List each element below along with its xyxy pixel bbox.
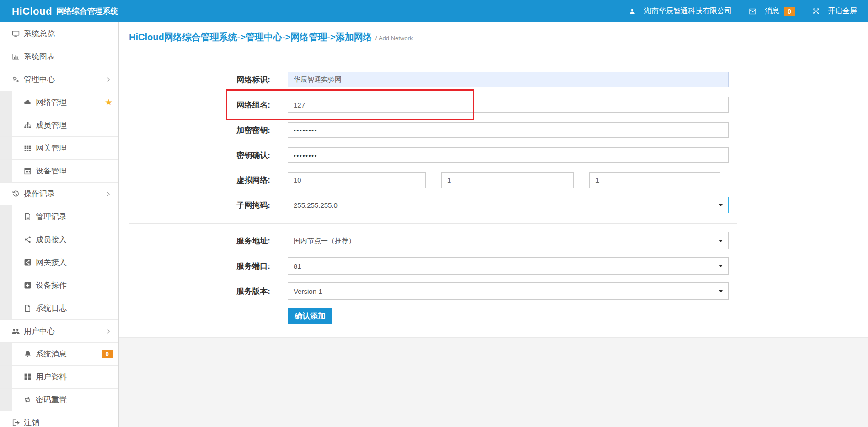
sidebar-item-label: 操作记录 [24,189,55,199]
network-id-field[interactable] [288,72,729,87]
chevron-right-icon [106,329,111,334]
sidebar-item-label: 管理中心 [24,74,55,85]
star-icon: ★ [105,98,113,107]
users-icon [11,327,20,335]
breadcrumb: HiCloud网络综合管理系统->管理中心->网络管理->添加网络/ Add N… [129,31,413,43]
main-content: HiCloud网络综合管理系统->管理中心->网络管理->添加网络/ Add N… [119,22,868,427]
server-version-value: Version 1 [294,283,322,299]
encryption-key-field[interactable] [288,122,729,138]
sidebar-item-network-mgmt[interactable]: 网络管理 ★ [0,91,118,114]
sidebar-item-label: 网关管理 [36,143,67,153]
network-id-label: 网络标识: [179,72,270,87]
company-account[interactable]: 湖南华辰智通科技有限公司 [627,6,732,16]
sign-out-icon [11,419,20,427]
bar-chart-icon [11,53,20,60]
sidebar-item-gateway-access[interactable]: 网关接入 [0,251,118,274]
share-icon [23,236,32,243]
sidebar-item-label: 密码重置 [36,395,67,405]
cloud-icon [23,98,32,106]
sidebar-item-label: 成员接入 [36,234,67,245]
server-port-label: 服务端口: [179,257,270,275]
subnet-mask-select[interactable]: 255.255.255.0 [288,197,729,213]
sidebar-item-label: 用户中心 [24,326,55,336]
server-address-value: 国内节点一（推荐） [294,232,355,249]
gears-icon [11,76,20,83]
sidebar-item-label: 系统图表 [24,51,55,62]
encryption-key-label: 加密密钥: [179,122,270,138]
sitemap-icon [23,121,32,129]
sidebar-item-admin-records[interactable]: 管理记录 [0,205,118,228]
server-port-select[interactable]: 81 [288,257,729,275]
messages-count-badge: 0 [784,7,795,16]
th-large-icon [23,373,32,381]
sidebar-item-label: 网络管理 [36,97,67,108]
vnet-octet1-field[interactable] [288,172,426,188]
server-version-select[interactable]: Version 1 [288,282,729,300]
calendar-icon [23,167,32,175]
fullscreen-button[interactable]: 开启全屏 [811,6,857,16]
sidebar-item-system-messages[interactable]: 系统消息 0 [0,343,118,366]
sidebar-item-operation-log[interactable]: 操作记录 [0,183,118,205]
sidebar-item-member-mgmt[interactable]: 成员管理 [0,114,118,137]
logo-brand: HiCloud [12,5,52,17]
chevron-right-icon [106,77,111,82]
grid-icon [23,144,32,152]
confirm-add-button[interactable]: 确认添加 [288,308,332,324]
retweet-icon [23,396,32,404]
server-address-label: 服务地址: [179,232,270,249]
sidebar-item-device-mgmt[interactable]: 设备管理 [0,160,118,183]
sidebar-item-label: 系统消息 [36,349,67,359]
sidebar-item-admin-center[interactable]: 管理中心 [0,68,118,91]
vnet-octet2-field[interactable] [441,172,574,188]
file-text-icon [23,213,32,221]
fullscreen-label: 开启全屏 [828,6,857,16]
network-group-label: 网络组名: [179,97,270,113]
footer-area [119,337,868,427]
breadcrumb-path: HiCloud网络综合管理系统->管理中心->网络管理->添加网络 [129,32,372,42]
bell-icon [23,350,32,358]
monitor-icon [11,30,20,38]
share-square-icon [23,259,32,266]
sidebar-item-member-access[interactable]: 成员接入 [0,228,118,251]
messages-button[interactable]: 消息 0 [748,6,795,16]
sidebar-item-device-operations[interactable]: 设备操作 [0,274,118,297]
sidebar-item-system-log[interactable]: 系统日志 [0,297,118,320]
sidebar-item-system-overview[interactable]: 系统总览 [0,22,118,45]
sidebar-item-label: 系统总览 [24,28,55,39]
sidebar-item-logout[interactable]: 注销 [0,411,118,427]
vnet-octet3-field[interactable] [589,172,720,188]
virtual-network-label: 虚拟网络: [179,172,270,188]
caret-down-icon [719,290,723,292]
messages-label: 消息 [765,6,779,16]
server-version-row: 服务版本: Version 1 [119,282,741,300]
server-port-row: 服务端口: 81 [119,257,741,275]
key-confirm-field[interactable] [288,147,729,163]
file-icon [23,304,32,312]
caret-down-icon [719,204,723,206]
network-group-name-field[interactable] [288,97,729,113]
sidebar-item-label: 注销 [24,417,39,427]
sidebar-item-label: 设备管理 [36,166,67,176]
key-confirm-row: 密钥确认: [119,147,741,163]
sidebar-item-label: 网关接入 [36,257,67,268]
caret-down-icon [719,240,723,242]
section-divider [129,223,737,224]
subnet-mask-value: 255.255.255.0 [294,197,338,213]
server-address-select[interactable]: 国内节点一（推荐） [288,232,729,249]
breadcrumb-divider [129,64,737,64]
network-id-row: 网络标识: [119,72,741,87]
key-confirm-label: 密钥确认: [179,147,270,163]
sidebar-item-label: 成员管理 [36,120,67,130]
app-logo: HiCloud 网络综合管理系统 [12,0,118,22]
sidebar: 系统总览 系统图表 管理中心 网络管理 ★ 成员管理 网关管理 设备管理 [0,22,119,427]
sidebar-item-system-charts[interactable]: 系统图表 [0,45,118,68]
user-icon [627,8,637,15]
server-version-label: 服务版本: [179,282,270,300]
history-icon [11,190,20,198]
sidebar-item-gateway-mgmt[interactable]: 网关管理 [0,137,118,160]
chevron-right-icon [106,191,111,197]
sidebar-item-user-profile[interactable]: 用户资料 [0,366,118,389]
subnet-mask-label: 子网掩码: [179,197,270,213]
sidebar-item-password-reset[interactable]: 密码重置 [0,389,118,411]
sidebar-item-user-center[interactable]: 用户中心 [0,320,118,343]
